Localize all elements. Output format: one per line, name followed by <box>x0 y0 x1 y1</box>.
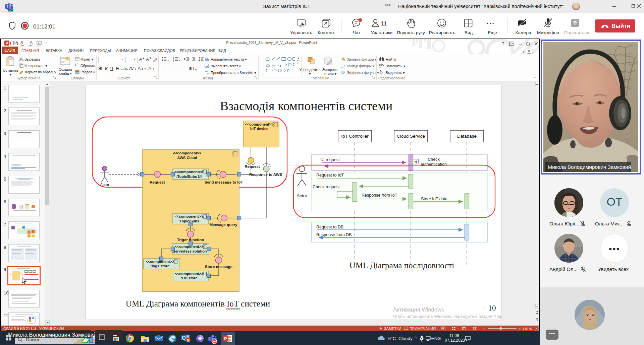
svg-text:Request: Request <box>150 180 165 184</box>
svg-text:<<component>>: <<component>> <box>175 214 203 218</box>
svg-text:T: T <box>6 5 8 8</box>
svg-text:▾: ▾ <box>179 59 180 62</box>
svg-text:Meesage query: Meesage query <box>209 223 237 227</box>
svg-text:<<component>>: <<component>> <box>175 272 204 276</box>
svg-text:UML Діаграма компонентів ІоТ с: UML Діаграма компонентів ІоТ системи <box>126 299 270 308</box>
svg-text:ac: ac <box>379 66 382 68</box>
svg-text:Triger function: Triger function <box>177 238 204 242</box>
svg-text:UI request: UI request <box>320 157 340 162</box>
svg-text:?: ? <box>502 41 504 47</box>
svg-text:Активация Windows: Активация Windows <box>393 306 444 313</box>
svg-text:<<component>>: <<component>> <box>175 170 203 174</box>
svg-text:NEW: NEW <box>8 9 13 11</box>
svg-text:Request to DB: Request to DB <box>316 225 343 229</box>
svg-text:Store IoT data: Store IoT data <box>421 197 447 201</box>
svg-text:Response to AWS: Response to AWS <box>249 172 282 177</box>
svg-text:Взаємодія компонентів системи: Взаємодія компонентів системи <box>220 99 393 113</box>
svg-text:Request to IoT: Request to IoT <box>316 173 344 178</box>
svg-text:Request: Request <box>245 164 260 168</box>
svg-text:Actor: Actor <box>297 193 307 198</box>
svg-text:Чтобы активировать Windows, пе: Чтобы активировать Windows, перейдите в … <box>393 314 501 319</box>
svg-text:▾: ▾ <box>523 50 524 54</box>
svg-text:▾: ▾ <box>195 68 197 71</box>
svg-text::Topic/Subs UI: :Topic/Subs UI <box>176 175 202 179</box>
svg-text:authentication: authentication <box>421 162 447 167</box>
svg-text:▾: ▾ <box>167 59 169 62</box>
svg-text:Send message to IoT: Send message to IoT <box>204 180 243 184</box>
svg-text:<<component>>: <<component>> <box>245 122 274 126</box>
svg-text:M: M <box>187 339 190 342</box>
svg-text:P: P <box>224 336 227 341</box>
svg-text::Serverless solution: :Serverless solution <box>171 249 207 253</box>
svg-text:10: 10 <box>488 304 496 312</box>
svg-text::DB store: :DB store <box>181 276 198 280</box>
svg-text:Response from DB: Response from DB <box>316 232 352 237</box>
svg-text:<<component>>: <<component>> <box>173 151 202 155</box>
svg-text:11: 11 <box>381 20 387 26</box>
svg-text:AWS Cloud: AWS Cloud <box>177 156 197 160</box>
svg-text:IoT Controller: IoT Controller <box>341 134 369 139</box>
svg-text:Database: Database <box>457 134 477 139</box>
svg-text:Actor: Actor <box>100 183 109 187</box>
svg-text:Check: Check <box>428 157 440 162</box>
svg-text:P: P <box>6 41 8 45</box>
svg-text:UML Діаграма послідовності: UML Діаграма послідовності <box>350 261 454 270</box>
svg-text:Cloud Service: Cloud Service <box>397 134 425 139</box>
svg-text:Check request: Check request <box>313 185 340 189</box>
svg-text::logs store: :logs store <box>151 264 169 268</box>
svg-text:Store message: Store message <box>205 265 232 269</box>
svg-text:IoT device: IoT device <box>250 127 268 131</box>
svg-text:3: 3 <box>173 60 174 62</box>
svg-text:Response from IoT: Response from IoT <box>362 193 397 198</box>
svg-text:T: T <box>209 337 211 341</box>
